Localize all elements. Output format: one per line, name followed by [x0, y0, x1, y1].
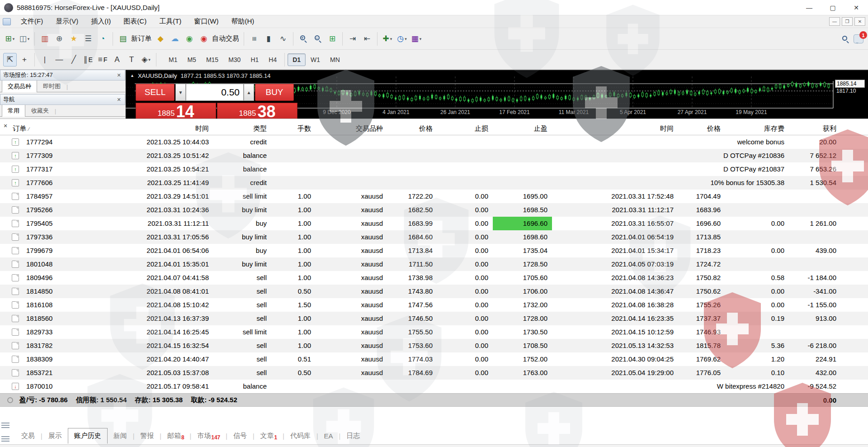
table-row[interactable]: 18537212021.05.03 15:37:08sell0.50xauusd… — [0, 366, 868, 380]
candlestick-chart-button[interactable]: ▮ — [262, 32, 275, 46]
menu-item-2[interactable]: 插入(I) — [85, 16, 117, 27]
column-header-price[interactable]: 价格 — [387, 122, 437, 135]
periods-button[interactable]: ◷▾ — [395, 32, 409, 46]
timeframe-m15[interactable]: M15 — [201, 53, 223, 66]
tab-favorites[interactable]: 收藏夹 — [25, 105, 55, 117]
menu-item-1[interactable]: 显示(V) — [49, 16, 85, 27]
crosshair-button[interactable]: + — [18, 53, 31, 67]
line-chart-button[interactable]: ∿ — [276, 32, 290, 46]
volume-down-button[interactable]: ▼ — [175, 84, 186, 101]
autotrading-button[interactable]: ◉ — [197, 32, 211, 46]
chart-window[interactable]: ▲ XAUUSD,Daily 1877.21 1885.53 1870.37 1… — [126, 70, 868, 119]
table-row[interactable]: 18185602021.04.13 16:37:39sell1.00xauusd… — [0, 312, 868, 325]
table-row[interactable]: 18010482021.04.01 15:35:01buy limit1.00x… — [0, 257, 868, 271]
chat-icon[interactable]: 1 — [854, 34, 863, 43]
cursor-button[interactable]: ⇱ — [3, 53, 17, 67]
toolbox-tab-3[interactable]: 新闻 — [108, 428, 133, 443]
table-row[interactable]: 18094962021.04.07 04:41:58sell1.00xauusd… — [0, 271, 868, 285]
shapes-button[interactable]: ◈▾ — [139, 53, 153, 67]
table-row[interactable]: ↑17772942021.03.25 10:44:03creditwelcome… — [0, 135, 868, 149]
timeframe-h4[interactable]: H4 — [264, 53, 282, 66]
menu-item-3[interactable]: 图表(C) — [117, 16, 153, 27]
column-header-profit[interactable]: 获利 — [789, 122, 841, 135]
table-row[interactable]: ↑17773092021.03.25 10:51:42balanceD OTCP… — [0, 149, 868, 162]
timeframe-mn[interactable]: MN — [325, 53, 345, 66]
table-row[interactable]: 17954052021.03.31 11:12:11buy1.00xauusd1… — [0, 217, 868, 230]
table-row[interactable]: 18148502021.04.08 08:41:01sell0.50xauusd… — [0, 285, 868, 298]
templates-button[interactable]: ▦▾ — [410, 32, 423, 46]
toolbox-tab-7[interactable]: 信号 — [227, 428, 253, 443]
menu-item-6[interactable]: 帮助(H) — [225, 16, 260, 27]
volume-up-button[interactable]: ▲ — [244, 84, 254, 101]
market-watch-button[interactable]: ▥ — [38, 32, 52, 46]
menu-item-4[interactable]: 工具(T) — [153, 16, 188, 27]
column-header-symbol[interactable]: 交易品种 — [316, 122, 387, 135]
column-header-sl[interactable]: 止损 — [437, 122, 493, 135]
child-restore-button[interactable]: ❐ — [842, 17, 853, 26]
cloud-button[interactable]: ☁ — [168, 32, 182, 46]
toolbox-tab-2[interactable]: 账户历史 — [68, 428, 108, 444]
table-row[interactable]: ↑17776062021.03.25 11:41:49credit10% bon… — [0, 176, 868, 190]
timeframe-m1[interactable]: M1 — [164, 53, 182, 66]
column-header-swap[interactable]: 库存费 — [725, 122, 789, 135]
table-row[interactable]: 17849572021.03.29 14:51:01sell limit1.00… — [0, 190, 868, 203]
metaquotes-gold-button[interactable]: ◆ — [154, 32, 167, 46]
column-header-tp[interactable]: 止盈 — [493, 122, 552, 135]
horizontal-line-button[interactable]: — — [52, 53, 66, 67]
table-row[interactable]: 18297332021.04.14 16:25:45sell limit1.00… — [0, 325, 868, 339]
timeframe-h1[interactable]: H1 — [245, 53, 264, 66]
text-label-button[interactable]: T — [125, 53, 138, 67]
toolbox-tab-8[interactable]: 文章1 — [255, 428, 283, 443]
tab-symbols[interactable]: 交易品种 — [2, 80, 37, 92]
terminal-button[interactable]: ☰ — [81, 32, 95, 46]
chart-shift-button[interactable]: ⇤ — [360, 32, 374, 46]
column-header-order[interactable]: 订单∕ — [10, 122, 78, 135]
vertical-line-button[interactable]: | — [38, 53, 52, 67]
column-header-open_time[interactable]: 时间 — [78, 122, 213, 135]
maximize-button[interactable]: ▢ — [821, 0, 844, 15]
table-row[interactable]: 18317822021.04.15 16:32:54sell1.00xauusd… — [0, 339, 868, 352]
toolbox-tab-0[interactable]: 交易 — [15, 428, 41, 443]
child-close-button[interactable]: ✕ — [854, 17, 865, 26]
navigator-button[interactable]: ★ — [67, 32, 80, 46]
bar-chart-button[interactable]: ≡ — [247, 32, 261, 46]
table-row[interactable]: ↑17773172021.03.25 10:54:21balanceD OTCP… — [0, 162, 868, 176]
new-order-label[interactable]: 新订单 — [130, 34, 153, 43]
strategy-tester-button[interactable]: ◔ — [96, 32, 109, 46]
table-row[interactable]: 17996792021.04.01 06:54:06buy1.00xauusd1… — [0, 244, 868, 257]
data-window-button[interactable]: ⊕ — [52, 32, 66, 46]
vertical-grip-icon[interactable] — [1, 434, 9, 444]
search-icon[interactable] — [842, 36, 849, 43]
toolbox-tab-11[interactable]: 日志 — [340, 428, 366, 443]
chart-collapse-icon[interactable]: ▲ — [130, 73, 134, 78]
table-row[interactable]: 18383092021.04.20 14:40:47sell0.51xauusd… — [0, 352, 868, 366]
table-row[interactable]: 18161082021.04.08 15:10:42sell1.50xauusd… — [0, 298, 868, 312]
signals-button[interactable]: ◉ — [183, 32, 196, 46]
zoom-out-button[interactable]: − — [311, 32, 325, 46]
column-header-close_time[interactable]: 时间 — [552, 122, 678, 135]
menu-item-5[interactable]: 窗口(W) — [188, 16, 225, 27]
toolbox-tab-9[interactable]: 代码库 — [284, 428, 316, 443]
text-button[interactable]: A — [110, 53, 124, 67]
equidistant-channel-button[interactable]: ∥E — [81, 53, 95, 67]
toolbox-tab-10[interactable]: EA — [318, 429, 339, 443]
new-chart-button[interactable]: ⊞▾ — [3, 32, 17, 46]
timeframe-m5[interactable]: M5 — [182, 53, 201, 66]
auto-scroll-button[interactable]: ⇥ — [346, 32, 359, 46]
child-minimize-button[interactable]: — — [829, 17, 840, 26]
autotrading-label[interactable]: 自动交易 — [211, 34, 241, 43]
column-header-lots[interactable]: 手数 — [271, 122, 316, 135]
column-header-type[interactable]: 类型 — [213, 122, 271, 135]
timeframe-d1[interactable]: D1 — [288, 53, 306, 66]
timeframe-m30[interactable]: M30 — [223, 53, 245, 66]
toolbox-tab-6[interactable]: 市场147 — [191, 428, 226, 443]
vertical-grip-icon[interactable] — [1, 420, 9, 430]
fibonacci-button[interactable]: ≡F — [96, 53, 109, 67]
toolbox-tab-5[interactable]: 邮箱8 — [161, 428, 190, 443]
menu-item-0[interactable]: 文件(F) — [14, 16, 49, 27]
toolbox-tab-4[interactable]: 警报 — [134, 428, 160, 443]
volume-input[interactable]: 0.50 — [186, 84, 244, 101]
tab-common[interactable]: 常用 — [2, 105, 25, 117]
table-row[interactable]: 17952662021.03.31 10:24:36buy limit1.00x… — [0, 203, 868, 217]
indicators-button[interactable]: ✚▾ — [381, 32, 394, 46]
